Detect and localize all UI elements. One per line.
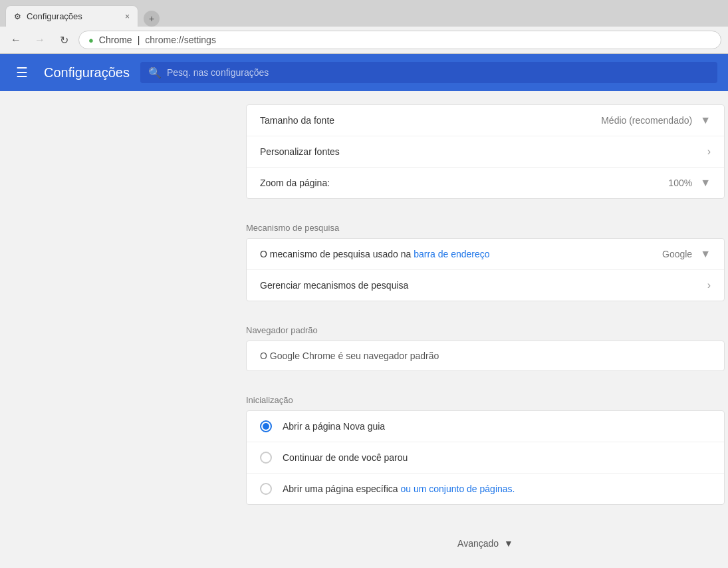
search-engine-dropdown[interactable]: Google ▼ xyxy=(662,248,711,260)
customize-fonts-row[interactable]: Personalizar fontes › xyxy=(247,136,724,168)
radio-continue[interactable] xyxy=(260,452,272,464)
font-size-arrow-icon: ▼ xyxy=(700,114,711,126)
search-engine-section-label: Mecanismo de pesquisa xyxy=(246,212,725,238)
font-size-row[interactable]: Tamanho da fonte Médio (recomendado) ▼ xyxy=(247,105,724,136)
forward-button[interactable]: → xyxy=(31,31,49,49)
page-content: Tamanho da fonte Médio (recomendado) ▼ P… xyxy=(0,91,728,568)
font-size-dropdown[interactable]: Médio (recomendado) ▼ xyxy=(601,114,711,126)
address-bar[interactable]: ● Chrome | chrome://settings xyxy=(78,31,721,49)
search-container: 🔍 xyxy=(140,62,717,83)
startup-card: Abrir a página Nova guia Continuar de on… xyxy=(246,410,725,505)
advanced-section: Avançado ▼ xyxy=(246,518,725,568)
default-browser-card: O Google Chrome é seu navegador padrão xyxy=(246,341,725,371)
active-tab[interactable]: ⚙ Configurações × xyxy=(5,5,138,27)
default-browser-section-label: Navegador padrão xyxy=(246,315,725,341)
advanced-label: Avançado xyxy=(457,538,499,549)
tab-favicon: ⚙ xyxy=(14,12,21,21)
startup-section-label: Inicialização xyxy=(246,384,725,410)
radio-new-tab[interactable] xyxy=(260,420,272,432)
nav-bar: ← → ↻ ● Chrome | chrome://settings xyxy=(0,27,728,54)
address-bar-link[interactable]: barra de endereço xyxy=(414,249,489,259)
font-size-value: Médio (recomendado) xyxy=(601,115,692,126)
advanced-chevron-icon: ▼ xyxy=(504,538,513,549)
search-engine-value: Google xyxy=(662,249,692,259)
address-path: chrome://settings xyxy=(145,35,216,45)
startup-specific-label: Abrir uma página específica ou um conjun… xyxy=(283,484,515,494)
settings-header: ☰ Configurações 🔍 xyxy=(0,54,728,91)
new-tab-button[interactable]: + xyxy=(144,11,160,27)
search-input[interactable] xyxy=(140,62,717,83)
advanced-button[interactable]: Avançado ▼ xyxy=(457,538,513,549)
startup-option-new-tab[interactable]: Abrir a página Nova guia xyxy=(247,411,724,442)
search-engine-description: O mecanismo de pesquisa usado na barra d… xyxy=(260,249,662,259)
zoom-arrow-icon: ▼ xyxy=(700,177,711,189)
manage-search-engines-row[interactable]: Gerenciar mecanismos de pesquisa › xyxy=(247,270,724,301)
hamburger-menu-button[interactable]: ☰ xyxy=(11,59,33,86)
back-button[interactable]: ← xyxy=(7,31,25,49)
startup-option-specific[interactable]: Abrir uma página específica ou um conjun… xyxy=(247,474,724,504)
search-engine-arrow-icon: ▼ xyxy=(700,248,711,260)
browser-chrome: ⚙ Configurações × + ← → ↻ ● Chrome | chr… xyxy=(0,0,728,54)
customize-fonts-label: Personalizar fontes xyxy=(260,146,707,157)
tab-bar: ⚙ Configurações × + xyxy=(0,0,728,27)
startup-option-continue[interactable]: Continuar de onde você parou xyxy=(247,442,724,474)
search-engine-row[interactable]: O mecanismo de pesquisa usado na barra d… xyxy=(247,239,724,270)
search-engine-prefix: O mecanismo de pesquisa usado na xyxy=(260,249,414,259)
startup-specific-link[interactable]: ou um conjunto de páginas. xyxy=(400,484,515,494)
default-browser-status-row: O Google Chrome é seu navegador padrão xyxy=(247,341,724,370)
manage-search-engines-arrow-icon: › xyxy=(707,279,711,291)
zoom-label: Zoom da página: xyxy=(260,178,668,188)
appearance-card: Tamanho da fonte Médio (recomendado) ▼ P… xyxy=(246,104,725,199)
address-origin: Chrome xyxy=(99,35,132,45)
manage-search-engines-label: Gerenciar mecanismos de pesquisa xyxy=(260,280,707,291)
zoom-row[interactable]: Zoom da página: 100% ▼ xyxy=(247,168,724,198)
search-engine-card: O mecanismo de pesquisa usado na barra d… xyxy=(246,238,725,301)
sidebar xyxy=(0,91,246,568)
secure-icon: ● xyxy=(88,35,94,45)
radio-new-tab-inner xyxy=(263,423,269,430)
settings-page-title: Configurações xyxy=(44,65,130,80)
zoom-value: 100% xyxy=(668,178,692,188)
zoom-dropdown[interactable]: 100% ▼ xyxy=(668,177,711,189)
main-content: Tamanho da fonte Médio (recomendado) ▼ P… xyxy=(246,91,725,568)
default-browser-status: O Google Chrome é seu navegador padrão xyxy=(260,351,439,361)
reload-button[interactable]: ↻ xyxy=(55,31,73,49)
radio-specific[interactable] xyxy=(260,483,272,495)
tab-title: Configurações xyxy=(27,11,120,21)
startup-continue-label: Continuar de onde você parou xyxy=(283,452,408,463)
address-separator: | xyxy=(138,35,140,45)
customize-fonts-arrow-icon: › xyxy=(707,146,711,158)
startup-specific-prefix: Abrir uma página específica xyxy=(283,484,400,494)
startup-new-tab-label: Abrir a página Nova guia xyxy=(283,421,385,432)
tab-close-button[interactable]: × xyxy=(125,12,130,21)
font-size-label: Tamanho da fonte xyxy=(260,115,601,126)
